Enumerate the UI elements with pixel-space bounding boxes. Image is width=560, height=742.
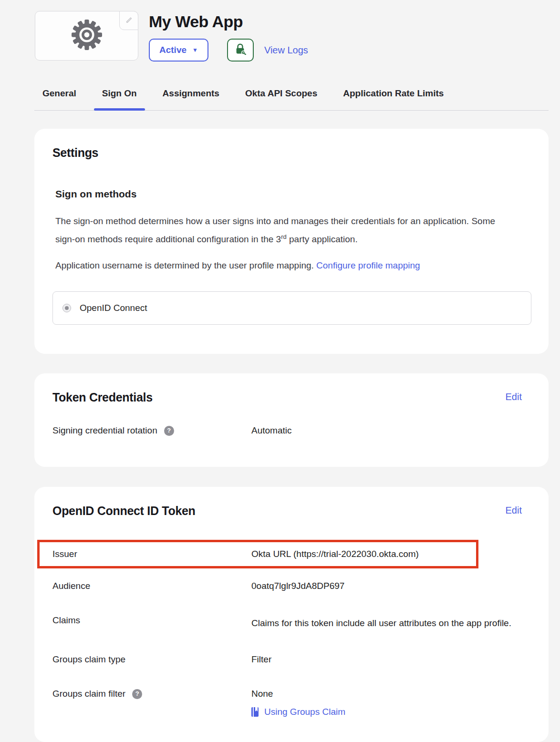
claims-value: Claims for this token include all user a… — [251, 614, 528, 632]
status-dropdown-button[interactable]: Active ▼ — [149, 39, 208, 62]
token-credentials-title: Token Credentials — [52, 391, 153, 404]
audience-label: Audience — [52, 580, 251, 592]
token-credentials-edit-link[interactable]: Edit — [506, 392, 522, 402]
row-label-text: Groups claim filter — [52, 688, 125, 700]
page-title: My Web App — [149, 11, 308, 32]
token-credentials-title-row: Token Credentials Edit — [52, 391, 530, 404]
issuer-row: Issuer Okta URL (https://trial-2022030.o… — [52, 548, 476, 560]
groups-claim-filter-label: Groups claim filter ? — [52, 688, 251, 700]
id-token-title: OpenID Connect ID Token — [52, 504, 196, 518]
lock-key-icon — [234, 43, 247, 57]
gear-icon — [68, 16, 105, 55]
view-logs-link[interactable]: View Logs — [264, 45, 308, 56]
tab-okta-api-scopes[interactable]: Okta API Scopes — [245, 88, 317, 110]
lock-key-button[interactable] — [227, 39, 254, 62]
sign-on-method-description: The sign-on method determines how a user… — [52, 213, 510, 247]
chevron-down-icon: ▼ — [192, 47, 198, 53]
app-logo-box — [35, 11, 138, 61]
description-superscript: rd — [281, 233, 287, 240]
id-token-card: OpenID Connect ID Token Edit Issuer Okta… — [34, 487, 549, 742]
sign-on-method-option[interactable]: OpenID Connect — [52, 291, 531, 325]
id-token-edit-link[interactable]: Edit — [506, 505, 522, 516]
groups-claim-filter-row: Groups claim filter ? None Using Groups … — [52, 688, 530, 717]
signing-credential-rotation-label: Signing credential rotation ? — [52, 424, 251, 437]
tab-assignments[interactable]: Assignments — [163, 88, 219, 110]
claims-label: Claims — [52, 614, 251, 627]
status-label: Active — [159, 45, 187, 55]
method-option-label: OpenID Connect — [80, 303, 147, 313]
username-text: Application username is determined by th… — [55, 260, 314, 270]
row-label-text: Signing credential rotation — [52, 424, 157, 437]
issuer-label: Issuer — [52, 548, 251, 560]
username-mapping-description: Application username is determined by th… — [52, 258, 510, 273]
groups-claim-type-label: Groups claim type — [52, 653, 251, 666]
app-header: My Web App Active ▼ — [35, 11, 308, 62]
tab-bar: General Sign On Assignments Okta API Sco… — [34, 88, 549, 111]
edit-logo-button[interactable] — [119, 11, 138, 30]
audience-value: 0oatq7lglr9JdA8DP697 — [251, 580, 530, 592]
issuer-value: Okta URL (https://trial-2022030.okta.com… — [251, 548, 476, 560]
using-groups-claim-label: Using Groups Claim — [264, 707, 345, 717]
description-part1: The sign-on method determines how a user… — [55, 216, 495, 244]
audience-row: Audience 0oatq7lglr9JdA8DP697 — [52, 580, 530, 592]
groups-claim-filter-value-stack: None Using Groups Claim — [251, 688, 530, 717]
signing-credential-rotation-row: Signing credential rotation ? Automatic — [52, 424, 530, 437]
book-icon — [251, 707, 259, 717]
signing-credential-rotation-value: Automatic — [251, 424, 530, 437]
using-groups-claim-link[interactable]: Using Groups Claim — [251, 707, 530, 717]
issuer-highlight-box: Issuer Okta URL (https://trial-2022030.o… — [37, 540, 478, 568]
configure-profile-mapping-link[interactable]: Configure profile mapping — [316, 260, 420, 270]
pencil-icon — [124, 15, 133, 26]
header-actions: Active ▼ View Logs — [149, 39, 308, 62]
okta-app-page: My Web App Active ▼ — [0, 0, 560, 742]
claims-row: Claims Claims for this token include all… — [52, 614, 530, 632]
tab-sign-on[interactable]: Sign On — [102, 88, 137, 110]
description-part2: party application. — [287, 234, 358, 244]
settings-card: Settings Sign on methods The sign-on met… — [34, 129, 549, 354]
groups-claim-filter-value: None — [251, 688, 530, 700]
help-icon[interactable]: ? — [164, 426, 174, 436]
settings-title: Settings — [52, 146, 530, 160]
header-right: My Web App Active ▼ — [149, 11, 308, 62]
help-icon[interactable]: ? — [132, 689, 142, 699]
tab-application-rate-limits[interactable]: Application Rate Limits — [343, 88, 444, 110]
groups-claim-type-row: Groups claim type Filter — [52, 653, 530, 666]
id-token-title-row: OpenID Connect ID Token Edit — [52, 504, 530, 518]
tab-general[interactable]: General — [42, 88, 76, 110]
token-credentials-card: Token Credentials Edit Signing credentia… — [34, 373, 549, 467]
groups-claim-type-value: Filter — [251, 653, 530, 666]
radio-selected-icon[interactable] — [62, 304, 71, 312]
sign-on-methods-heading: Sign on methods — [52, 188, 530, 200]
